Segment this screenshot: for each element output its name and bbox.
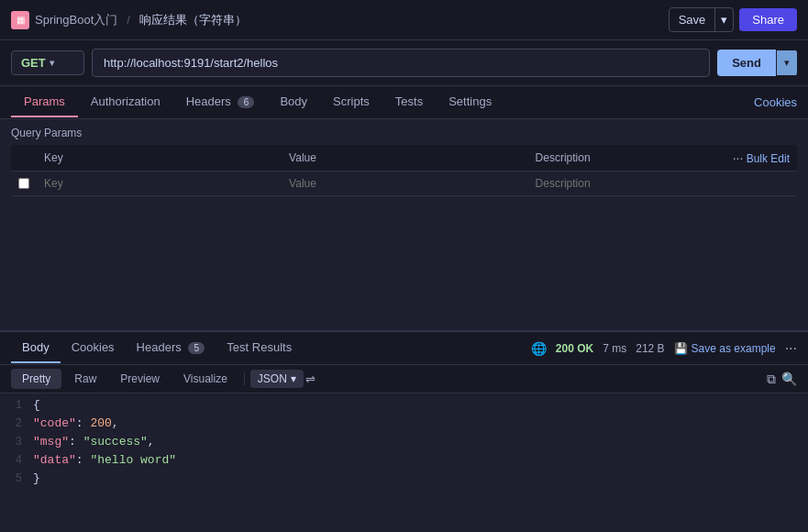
header-right: Save ▾ Share bbox=[669, 7, 797, 32]
line-content: } bbox=[33, 471, 40, 485]
code-line-2: 2 "code": 200, bbox=[0, 416, 808, 434]
line-content: { bbox=[33, 398, 40, 412]
tab-settings[interactable]: Settings bbox=[436, 87, 504, 117]
search-button[interactable]: 🔍 bbox=[781, 371, 797, 386]
code-block: 1 { 2 "code": 200, 3 "msg": "success", 4… bbox=[0, 393, 808, 532]
row-checkbox[interactable] bbox=[18, 178, 29, 189]
col-header-desc: Description bbox=[528, 145, 725, 172]
format-select[interactable]: JSON ▾ bbox=[250, 370, 304, 388]
line-number: 1 bbox=[0, 399, 33, 412]
request-tabs-row: Params Authorization Headers 6 Body Scri… bbox=[0, 86, 808, 119]
breadcrumb-current: 响应结果（字符串） bbox=[139, 12, 247, 28]
save-example-button[interactable]: 💾 Save as example bbox=[674, 342, 776, 355]
response-view-tabs: Pretty Raw Preview Visualize JSON ▾ ⇌ bbox=[11, 369, 315, 389]
line-number: 5 bbox=[0, 472, 33, 485]
format-wrap-button[interactable]: ⇌ bbox=[305, 372, 315, 386]
response-more-button[interactable]: ··· bbox=[785, 340, 797, 357]
response-headers-badge: 5 bbox=[188, 342, 205, 354]
query-params-section: Query Params Key Value Description ··· B… bbox=[0, 119, 808, 196]
url-bar: GET ▾ Send ▾ bbox=[0, 40, 808, 86]
response-tab-test-results[interactable]: Test Results bbox=[216, 333, 303, 363]
cookies-link[interactable]: Cookies bbox=[754, 95, 797, 109]
header-left: ▦ SpringBoot入门 / 响应结果（字符串） bbox=[11, 11, 247, 29]
table-row bbox=[11, 172, 797, 196]
send-button-group: Send ▾ bbox=[717, 50, 797, 76]
request-tabs: Params Authorization Headers 6 Body Scri… bbox=[11, 87, 504, 117]
breadcrumb-root: SpringBoot入门 bbox=[35, 12, 117, 28]
save-example-label: Save as example bbox=[692, 342, 776, 355]
method-select[interactable]: GET ▾ bbox=[11, 50, 84, 75]
sub-tab-raw[interactable]: Raw bbox=[63, 369, 107, 389]
app-icon: ▦ bbox=[11, 11, 29, 29]
header: ▦ SpringBoot入门 / 响应结果（字符串） Save ▾ Share bbox=[0, 0, 808, 40]
params-table: Key Value Description ··· Bulk Edit bbox=[11, 145, 797, 196]
code-line-1: 1 { bbox=[0, 397, 808, 416]
line-number: 3 bbox=[0, 436, 33, 449]
sub-tab-visualize[interactable]: Visualize bbox=[172, 369, 238, 389]
globe-icon: 🌐 bbox=[531, 341, 547, 356]
value-input[interactable] bbox=[289, 177, 521, 190]
line-number: 2 bbox=[0, 417, 33, 430]
tab-params[interactable]: Params bbox=[11, 87, 78, 117]
tab-body[interactable]: Body bbox=[267, 87, 320, 117]
line-content: "msg": "success", bbox=[33, 435, 155, 449]
col-header-value: Value bbox=[282, 145, 528, 172]
save-button-group: Save ▾ bbox=[669, 7, 735, 32]
tab-tests[interactable]: Tests bbox=[382, 87, 436, 117]
response-tab-body[interactable]: Body bbox=[11, 333, 61, 363]
status-badge: 200 OK bbox=[556, 342, 593, 355]
format-label: JSON bbox=[258, 372, 287, 385]
format-chevron-icon: ▾ bbox=[291, 372, 296, 385]
response-tab-headers[interactable]: Headers 5 bbox=[126, 333, 216, 363]
code-line-5: 5 } bbox=[0, 471, 808, 489]
copy-button[interactable]: ⧉ bbox=[767, 371, 776, 387]
save-icon: 💾 bbox=[674, 342, 688, 355]
method-label: GET bbox=[21, 56, 46, 70]
line-content: "data": "hello word" bbox=[33, 453, 176, 467]
tab-authorization[interactable]: Authorization bbox=[78, 87, 173, 117]
response-size: 212 B bbox=[636, 342, 664, 355]
headers-badge: 6 bbox=[238, 96, 254, 108]
viewer-actions: ⧉ 🔍 bbox=[767, 371, 797, 387]
tab-headers[interactable]: Headers 6 bbox=[173, 87, 268, 117]
method-chevron-icon: ▾ bbox=[50, 58, 54, 68]
send-button[interactable]: Send bbox=[717, 50, 776, 76]
bulk-edit-button[interactable]: Bulk Edit bbox=[747, 152, 790, 165]
response-info: 🌐 200 OK 7 ms 212 B 💾 Save as example ··… bbox=[531, 340, 797, 357]
col-header-key: Key bbox=[37, 145, 282, 172]
sub-tab-preview[interactable]: Preview bbox=[109, 369, 171, 389]
tab-scripts[interactable]: Scripts bbox=[320, 87, 382, 117]
response-sub-tabs: Pretty Raw Preview Visualize JSON ▾ ⇌ ⧉ … bbox=[0, 365, 808, 393]
response-tab-cookies[interactable]: Cookies bbox=[61, 333, 126, 363]
code-line-4: 4 "data": "hello word" bbox=[0, 452, 808, 471]
url-input[interactable] bbox=[92, 49, 710, 77]
code-line-3: 3 "msg": "success", bbox=[0, 434, 808, 452]
line-content: "code": 200, bbox=[33, 416, 119, 430]
send-dropdown-button[interactable]: ▾ bbox=[776, 50, 797, 75]
response-time: 7 ms bbox=[603, 342, 626, 355]
save-dropdown-button[interactable]: ▾ bbox=[714, 8, 733, 31]
key-input[interactable] bbox=[44, 177, 274, 190]
bottom-section: Body Cookies Headers 5 Test Results 🌐 20… bbox=[0, 330, 808, 532]
line-number: 4 bbox=[0, 454, 33, 467]
response-tabs: Body Cookies Headers 5 Test Results bbox=[11, 333, 303, 363]
save-button[interactable]: Save bbox=[670, 8, 715, 31]
params-more-button[interactable]: ··· bbox=[733, 150, 744, 165]
breadcrumb-separator: / bbox=[127, 13, 130, 27]
share-button[interactable]: Share bbox=[739, 8, 797, 31]
query-params-title: Query Params bbox=[11, 127, 797, 139]
sub-tab-pretty[interactable]: Pretty bbox=[11, 369, 61, 389]
response-tabs-row: Body Cookies Headers 5 Test Results 🌐 20… bbox=[0, 332, 808, 365]
desc-input[interactable] bbox=[536, 177, 718, 190]
